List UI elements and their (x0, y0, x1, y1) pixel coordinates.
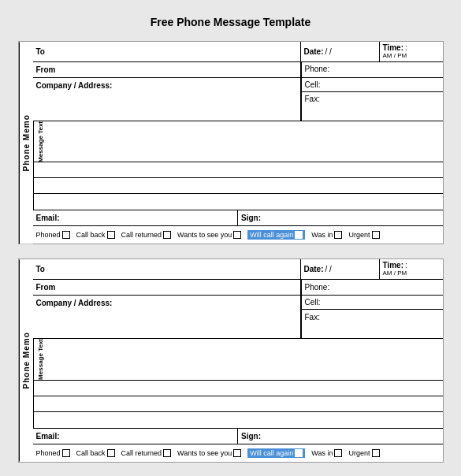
checkbox-callb-box-2[interactable] (107, 449, 115, 457)
date-slashes-2: / / (325, 265, 332, 273)
to-cell: To (33, 42, 301, 61)
to-label: To (36, 47, 45, 56)
checkbox-will-2: Will call again (247, 448, 305, 458)
checkbox-phoned-2: Phoned (36, 449, 70, 457)
checkbox-wantstoseeyou-box[interactable] (233, 231, 241, 239)
msg-line-2-3 (47, 396, 443, 411)
sign-label: Sign: (241, 214, 261, 222)
checkbox-callreturned-box[interactable] (163, 231, 171, 239)
checkbox-urgent-2: Urgent (348, 449, 379, 457)
time-colon-2: : (405, 261, 407, 270)
checkbox-callb-2: Call back (76, 449, 115, 457)
msg-line-4 (47, 194, 443, 210)
company-cell: Company / Address: (33, 78, 301, 121)
checkbox-callreturned: Call returned (121, 231, 172, 239)
ampm-text: AM / PM (383, 52, 440, 60)
checkbox-wants-2: Wants to see you (177, 449, 241, 457)
side-label-1: Phone Memo (19, 42, 33, 244)
checkbox-callr-box-2[interactable] (163, 449, 171, 457)
ampm-text-2: AM / PM (383, 270, 440, 277)
date-cell-2: Date: / / (301, 259, 380, 279)
to-label-2: To (36, 265, 45, 273)
phone-label-2: Phone: (302, 280, 443, 294)
company-cell-2: Company / Address: (33, 296, 301, 338)
checkbox-phoned-label: Phoned (36, 231, 61, 239)
checkbox-row-2: Phoned Call back Call returned Wants to … (33, 444, 443, 462)
checkbox-phoned: Phoned (36, 231, 70, 239)
cell-fax-right-2: Cell: Fax: (301, 296, 443, 338)
checkbox-wasin-box[interactable] (334, 231, 342, 239)
sign-cell-2: Sign: (238, 429, 443, 444)
time-label-2: Time: (383, 261, 404, 270)
msg-line-2-4 (47, 412, 443, 428)
message-section-2: Message Text (33, 339, 443, 429)
sign-label-2: Sign: (241, 432, 261, 441)
email-cell: Email: (33, 210, 239, 225)
date-label: Date: (304, 47, 324, 56)
form-1: Phone Memo To Date: / / Time: : AM / PM (18, 41, 444, 244)
checkbox-row: Phoned Call back Call returned Wants to … (33, 226, 443, 244)
checkbox-callb-label-2: Call back (76, 449, 106, 457)
msg-line-1 (47, 121, 443, 162)
checkbox-willcallagain-label: Will call again (250, 231, 293, 239)
checkbox-was-label-2: Was in (311, 449, 333, 457)
email-label-2: Email: (36, 432, 60, 441)
checkbox-phoned-box-2[interactable] (62, 449, 70, 457)
cell-fax-right: Cell: Fax: (301, 78, 443, 121)
form-2: Phone Memo To Date: / / Time: : AM / PM (18, 258, 444, 462)
from-cell: From (33, 62, 301, 77)
phone-right-2: Phone: (301, 280, 443, 295)
msg-spacer-2 (33, 178, 47, 193)
phone-right: Phone: (301, 62, 443, 77)
from-label: From (36, 65, 56, 74)
checkbox-was-2: Was in (311, 449, 342, 457)
checkbox-willcallagain-box[interactable] (295, 231, 303, 239)
time-cell-2: Time: : AM / PM (380, 259, 443, 279)
email-sign-row-2: Email: Sign: (33, 429, 443, 444)
cell-label: Cell: (302, 78, 443, 92)
email-label: Email: (36, 214, 60, 222)
fax-label-2: Fax: (302, 310, 443, 324)
checkbox-wants-box-2[interactable] (233, 449, 241, 457)
msg-line-3 (47, 178, 443, 193)
date-label-2: Date: (304, 265, 324, 273)
company-label: Company / Address: (36, 81, 113, 90)
msg-spacer-2-1 (33, 381, 47, 396)
phone-label: Phone: (302, 62, 443, 76)
company-label-2: Company / Address: (36, 299, 113, 307)
sign-cell: Sign: (238, 210, 443, 225)
checkbox-phoned-label-2: Phoned (36, 449, 61, 457)
date-slashes: / / (325, 47, 332, 56)
email-sign-row: Email: Sign: (33, 210, 443, 226)
checkbox-urgent-box-2[interactable] (372, 449, 380, 457)
checkbox-wantstoseeyou-label: Wants to see you (177, 231, 232, 239)
date-cell: Date: / / (301, 42, 380, 61)
checkbox-callr-2: Call returned (121, 449, 172, 457)
to-cell-2: To (33, 259, 301, 279)
msg-line-2-2 (47, 381, 443, 396)
checkbox-will-label-2: Will call again (250, 449, 293, 457)
msg-spacer-2-2 (33, 396, 47, 411)
checkbox-wasin: Was in (311, 231, 342, 239)
time-colon: : (405, 43, 407, 52)
msg-spacer-1 (33, 162, 47, 177)
checkbox-callback: Call back (76, 231, 115, 239)
checkbox-was-box-2[interactable] (334, 449, 342, 457)
msg-line-2 (47, 162, 443, 177)
checkbox-callback-box[interactable] (107, 231, 115, 239)
checkbox-wantstoseeyou: Wants to see you (177, 231, 241, 239)
page-title: Free Phone Message Template (151, 16, 311, 28)
fax-label: Fax: (302, 92, 443, 106)
checkbox-phoned-box[interactable] (62, 231, 70, 239)
checkbox-wasin-label: Was in (311, 231, 333, 239)
checkbox-will-box-2[interactable] (295, 449, 303, 457)
from-cell-2: From (33, 280, 301, 295)
checkbox-willcallagain: Will call again (247, 230, 305, 240)
message-section: Message Text (33, 121, 443, 211)
email-cell-2: Email: (33, 429, 239, 444)
checkbox-urgent: Urgent (348, 231, 379, 239)
time-label: Time: (383, 43, 404, 52)
checkbox-urgent-box[interactable] (372, 231, 380, 239)
side-label-2: Phone Memo (19, 259, 33, 461)
msg-line-2-1 (47, 339, 443, 380)
